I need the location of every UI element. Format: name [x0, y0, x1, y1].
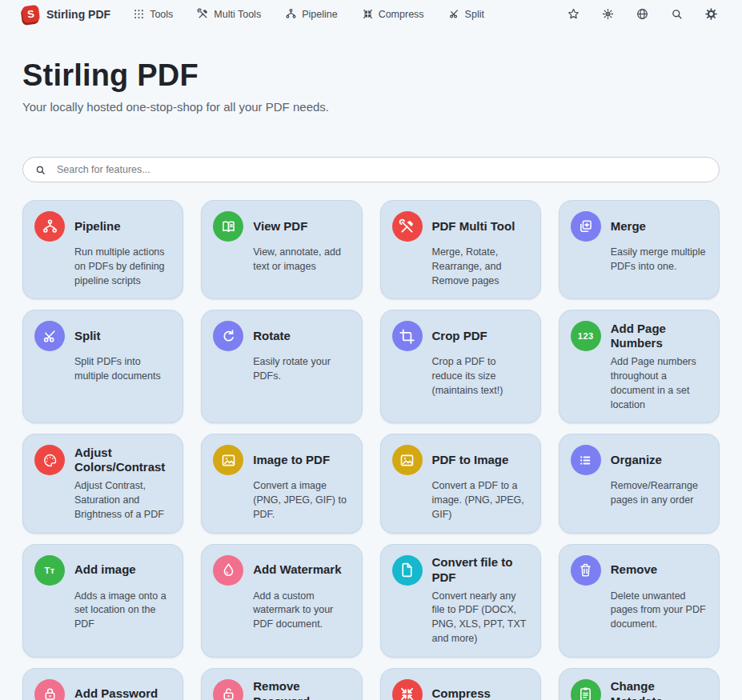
card-compress[interactable]: CompressCompress PDFs to reduce their fi…	[380, 668, 541, 700]
scissors-icon	[34, 321, 65, 351]
card-split[interactable]: SplitSplit PDFs into multiple documents	[22, 310, 183, 423]
apps-grid-icon	[133, 8, 145, 20]
card-merge[interactable]: MergeEasily merge multiple PDFs into one…	[559, 200, 720, 299]
card-pdf-multi-tool[interactable]: PDF Multi ToolMerge, Rotate, Rearrange, …	[380, 200, 541, 299]
brand-label: Stirling PDF	[46, 8, 110, 21]
search-input[interactable]	[55, 163, 708, 176]
theme-toggle-button[interactable]	[600, 6, 616, 22]
nav-link-tools[interactable]: Tools	[133, 8, 173, 20]
card-description: Delete unwanted pages from your PDF docu…	[611, 590, 708, 632]
card-title: Remove	[611, 555, 708, 586]
card-description: View, annotate, add text or images	[253, 246, 350, 274]
compress-icon	[392, 679, 423, 700]
search-button[interactable]	[668, 6, 685, 22]
card-pipeline[interactable]: PipelineRun multiple actions on PDFs by …	[22, 200, 183, 299]
compress-icon	[362, 8, 374, 20]
card-title: View PDF	[253, 211, 350, 242]
card-description: Merge, Rotate, Rearrange, and Remove pag…	[432, 246, 529, 288]
card-description: Crop a PDF to reduce its size (maintains…	[432, 355, 529, 398]
card-title: Crop PDF	[432, 321, 529, 351]
favorites-button[interactable]	[565, 6, 582, 22]
language-button[interactable]	[634, 6, 651, 22]
card-title: PDF to Image	[432, 445, 529, 475]
image-icon	[392, 445, 423, 475]
nav-actions	[565, 6, 720, 22]
card-description: Adds a image onto a set location on the …	[74, 590, 171, 632]
card-title: Remove Password	[253, 679, 350, 700]
card-title: Change Metadata	[611, 679, 708, 700]
star-icon	[567, 7, 580, 21]
card-title: Pipeline	[74, 211, 171, 242]
text-size-icon: Tт	[34, 555, 65, 586]
merge-icon	[571, 211, 601, 242]
card-title: Rotate	[253, 321, 350, 351]
card-description: Add a custom watermark to your PDF docum…	[253, 590, 350, 632]
multi-tools-icon	[197, 8, 209, 20]
card-add-watermark[interactable]: Add WatermarkAdd a custom watermark to y…	[201, 544, 362, 658]
card-description: Easily merge multiple PDFs into one.	[611, 246, 708, 274]
nav-link-compress[interactable]: Compress	[362, 8, 424, 20]
pipeline-icon	[34, 211, 65, 242]
file-icon	[392, 555, 423, 586]
card-remove[interactable]: RemoveDelete unwanted pages from your PD…	[559, 544, 720, 658]
card-description: Remove/Rearrange pages in any order	[611, 479, 708, 508]
trash-icon	[571, 555, 601, 586]
search-section	[22, 157, 720, 182]
card-add-password[interactable]: Add PasswordEncrypt your PDF document wi…	[22, 668, 183, 700]
card-title: Convert file to PDF	[432, 555, 529, 586]
card-organize[interactable]: OrganizeRemove/Rearrange pages in any or…	[559, 434, 720, 533]
nav-link-label: Compress	[379, 9, 424, 20]
nav-link-split[interactable]: Split	[448, 8, 484, 20]
unlock-icon	[213, 679, 243, 700]
card-crop-pdf[interactable]: Crop PDFCrop a PDF to reduce its size (m…	[380, 310, 541, 423]
card-view-pdf[interactable]: View PDFView, annotate, add text or imag…	[201, 200, 362, 299]
numbers-123-icon: 123	[571, 321, 601, 351]
card-pdf-to-image[interactable]: PDF to ImageConvert a PDF to a image. (P…	[380, 434, 541, 533]
card-title: Image to PDF	[253, 445, 350, 475]
card-image-to-pdf[interactable]: Image to PDFConvert a image (PNG, JPEG, …	[201, 434, 362, 533]
card-title: Add Page Numbers	[611, 321, 708, 351]
multi-tools-icon	[392, 211, 423, 242]
card-add-page-numbers[interactable]: 123Add Page NumbersAdd Page numbers thro…	[559, 310, 720, 423]
book-open-icon	[213, 211, 243, 242]
nav-link-multi-tools[interactable]: Multi Tools	[197, 8, 261, 20]
card-add-image[interactable]: TтAdd imageAdds a image onto a set locat…	[22, 544, 183, 658]
bullet-list-icon	[571, 445, 601, 475]
globe-icon	[636, 7, 649, 21]
palette-icon	[34, 445, 65, 475]
droplet-icon	[213, 555, 243, 586]
card-remove-password[interactable]: Remove PasswordRemove password protectio…	[201, 668, 362, 700]
card-convert-file-to-pdf[interactable]: Convert file to PDFConvert nearly any fi…	[380, 544, 541, 658]
nav-link-pipeline[interactable]: Pipeline	[285, 8, 337, 20]
image-icon	[213, 445, 243, 475]
card-description: Add Page numbers throughout a document i…	[611, 355, 708, 412]
page-title: Stirling PDF	[22, 58, 720, 93]
search-icon	[670, 7, 684, 21]
crop-icon	[392, 321, 423, 351]
clipboard-icon	[571, 679, 601, 700]
feature-search-box	[22, 157, 720, 182]
nav-link-label: Multi Tools	[214, 9, 261, 20]
card-description: Adjust Contrast, Saturation and Brightne…	[74, 479, 171, 522]
search-icon	[34, 164, 46, 176]
card-title: Merge	[611, 211, 708, 242]
nav-links: ToolsMulti ToolsPipelineCompressSplit	[133, 8, 484, 20]
lock-icon	[34, 679, 65, 700]
card-description: Split PDFs into multiple documents	[74, 355, 171, 384]
page-subtitle: Your locally hosted one-stop-shop for al…	[22, 100, 720, 114]
card-change-metadata[interactable]: Change MetadataChange/Remove/Add metadat…	[559, 668, 720, 700]
top-navbar: S Stirling PDF ToolsMulti ToolsPipelineC…	[0, 0, 742, 26]
feature-card-grid: PipelineRun multiple actions on PDFs by …	[22, 200, 720, 700]
rotate-icon	[213, 321, 243, 351]
settings-button[interactable]	[703, 6, 720, 22]
card-rotate[interactable]: RotateEasily rotate your PDFs.	[201, 310, 362, 423]
card-description: Convert a image (PNG, JPEG, GIF) to PDF.	[253, 479, 350, 522]
card-adjust-colors-contrast[interactable]: Adjust Colors/ContrastAdjust Contrast, S…	[22, 434, 183, 533]
card-title: Split	[74, 321, 171, 351]
card-title: Adjust Colors/Contrast	[74, 445, 171, 475]
card-title: Add image	[74, 555, 171, 586]
card-description: Easily rotate your PDFs.	[253, 355, 350, 384]
card-title: Add Password	[74, 679, 171, 700]
card-title: Add Watermark	[253, 555, 350, 586]
brand-home-link[interactable]: S Stirling PDF	[22, 6, 110, 22]
